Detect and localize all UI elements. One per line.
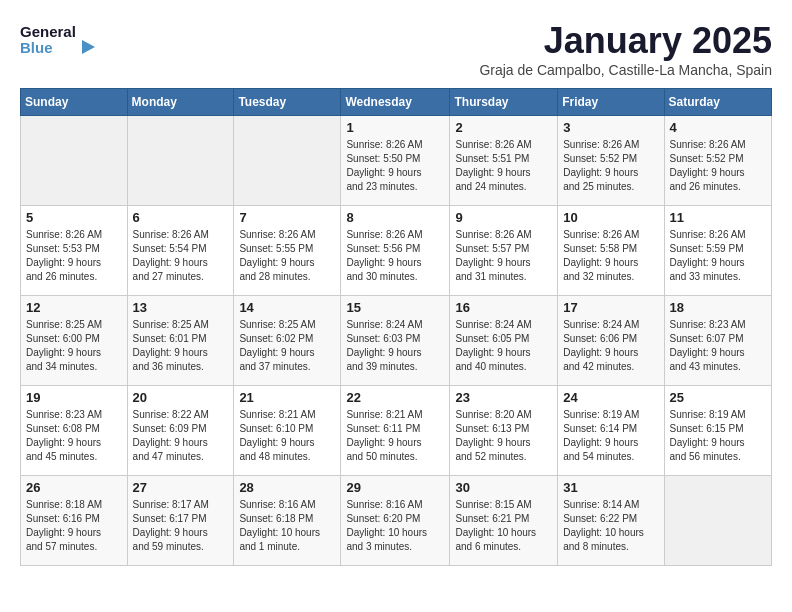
day-number: 11 (670, 210, 766, 225)
calendar-cell: 8Sunrise: 8:26 AM Sunset: 5:56 PM Daylig… (341, 206, 450, 296)
calendar-cell: 2Sunrise: 8:26 AM Sunset: 5:51 PM Daylig… (450, 116, 558, 206)
header-wednesday: Wednesday (341, 89, 450, 116)
calendar-cell: 6Sunrise: 8:26 AM Sunset: 5:54 PM Daylig… (127, 206, 234, 296)
day-number: 7 (239, 210, 335, 225)
header-friday: Friday (558, 89, 664, 116)
day-info: Sunrise: 8:17 AM Sunset: 6:17 PM Dayligh… (133, 498, 229, 554)
day-info: Sunrise: 8:16 AM Sunset: 6:20 PM Dayligh… (346, 498, 444, 554)
calendar-cell: 17Sunrise: 8:24 AM Sunset: 6:06 PM Dayli… (558, 296, 664, 386)
day-info: Sunrise: 8:26 AM Sunset: 5:51 PM Dayligh… (455, 138, 552, 194)
calendar-cell: 29Sunrise: 8:16 AM Sunset: 6:20 PM Dayli… (341, 476, 450, 566)
day-info: Sunrise: 8:26 AM Sunset: 5:54 PM Dayligh… (133, 228, 229, 284)
day-number: 5 (26, 210, 122, 225)
day-number: 23 (455, 390, 552, 405)
day-number: 25 (670, 390, 766, 405)
calendar-cell: 23Sunrise: 8:20 AM Sunset: 6:13 PM Dayli… (450, 386, 558, 476)
day-number: 21 (239, 390, 335, 405)
calendar-cell: 5Sunrise: 8:26 AM Sunset: 5:53 PM Daylig… (21, 206, 128, 296)
day-number: 31 (563, 480, 658, 495)
day-number: 19 (26, 390, 122, 405)
day-number: 16 (455, 300, 552, 315)
logo: GeneralBlue (20, 20, 100, 60)
day-info: Sunrise: 8:20 AM Sunset: 6:13 PM Dayligh… (455, 408, 552, 464)
day-number: 24 (563, 390, 658, 405)
day-number: 26 (26, 480, 122, 495)
calendar-cell: 18Sunrise: 8:23 AM Sunset: 6:07 PM Dayli… (664, 296, 771, 386)
week-row-1: 1Sunrise: 8:26 AM Sunset: 5:50 PM Daylig… (21, 116, 772, 206)
calendar-cell: 10Sunrise: 8:26 AM Sunset: 5:58 PM Dayli… (558, 206, 664, 296)
day-info: Sunrise: 8:24 AM Sunset: 6:03 PM Dayligh… (346, 318, 444, 374)
title-block: January 2025 Graja de Campalbo, Castille… (479, 20, 772, 78)
header-monday: Monday (127, 89, 234, 116)
day-number: 29 (346, 480, 444, 495)
day-number: 8 (346, 210, 444, 225)
calendar-table: SundayMondayTuesdayWednesdayThursdayFrid… (20, 88, 772, 566)
calendar-cell (234, 116, 341, 206)
logo-svg: GeneralBlue (20, 20, 100, 60)
day-number: 14 (239, 300, 335, 315)
calendar-cell: 24Sunrise: 8:19 AM Sunset: 6:14 PM Dayli… (558, 386, 664, 476)
month-title: January 2025 (479, 20, 772, 62)
day-number: 17 (563, 300, 658, 315)
calendar-cell (21, 116, 128, 206)
calendar-cell: 26Sunrise: 8:18 AM Sunset: 6:16 PM Dayli… (21, 476, 128, 566)
day-number: 4 (670, 120, 766, 135)
day-info: Sunrise: 8:26 AM Sunset: 5:57 PM Dayligh… (455, 228, 552, 284)
calendar-cell: 3Sunrise: 8:26 AM Sunset: 5:52 PM Daylig… (558, 116, 664, 206)
calendar-cell: 20Sunrise: 8:22 AM Sunset: 6:09 PM Dayli… (127, 386, 234, 476)
day-info: Sunrise: 8:24 AM Sunset: 6:05 PM Dayligh… (455, 318, 552, 374)
day-info: Sunrise: 8:19 AM Sunset: 6:15 PM Dayligh… (670, 408, 766, 464)
calendar-cell: 9Sunrise: 8:26 AM Sunset: 5:57 PM Daylig… (450, 206, 558, 296)
calendar-cell: 7Sunrise: 8:26 AM Sunset: 5:55 PM Daylig… (234, 206, 341, 296)
calendar-cell: 15Sunrise: 8:24 AM Sunset: 6:03 PM Dayli… (341, 296, 450, 386)
location-subtitle: Graja de Campalbo, Castille-La Mancha, S… (479, 62, 772, 78)
day-info: Sunrise: 8:26 AM Sunset: 5:56 PM Dayligh… (346, 228, 444, 284)
day-info: Sunrise: 8:26 AM Sunset: 5:52 PM Dayligh… (670, 138, 766, 194)
day-number: 18 (670, 300, 766, 315)
week-row-3: 12Sunrise: 8:25 AM Sunset: 6:00 PM Dayli… (21, 296, 772, 386)
day-number: 28 (239, 480, 335, 495)
day-number: 12 (26, 300, 122, 315)
day-info: Sunrise: 8:19 AM Sunset: 6:14 PM Dayligh… (563, 408, 658, 464)
calendar-cell: 30Sunrise: 8:15 AM Sunset: 6:21 PM Dayli… (450, 476, 558, 566)
week-row-4: 19Sunrise: 8:23 AM Sunset: 6:08 PM Dayli… (21, 386, 772, 476)
day-number: 1 (346, 120, 444, 135)
day-info: Sunrise: 8:23 AM Sunset: 6:08 PM Dayligh… (26, 408, 122, 464)
svg-text:Blue: Blue (20, 39, 53, 56)
week-row-5: 26Sunrise: 8:18 AM Sunset: 6:16 PM Dayli… (21, 476, 772, 566)
week-row-2: 5Sunrise: 8:26 AM Sunset: 5:53 PM Daylig… (21, 206, 772, 296)
calendar-cell: 16Sunrise: 8:24 AM Sunset: 6:05 PM Dayli… (450, 296, 558, 386)
header-saturday: Saturday (664, 89, 771, 116)
day-info: Sunrise: 8:25 AM Sunset: 6:01 PM Dayligh… (133, 318, 229, 374)
day-number: 22 (346, 390, 444, 405)
day-number: 6 (133, 210, 229, 225)
day-info: Sunrise: 8:25 AM Sunset: 6:02 PM Dayligh… (239, 318, 335, 374)
calendar-cell (664, 476, 771, 566)
day-info: Sunrise: 8:26 AM Sunset: 5:50 PM Dayligh… (346, 138, 444, 194)
day-info: Sunrise: 8:26 AM Sunset: 5:59 PM Dayligh… (670, 228, 766, 284)
day-number: 3 (563, 120, 658, 135)
day-number: 13 (133, 300, 229, 315)
day-info: Sunrise: 8:18 AM Sunset: 6:16 PM Dayligh… (26, 498, 122, 554)
svg-text:General: General (20, 23, 76, 40)
day-number: 27 (133, 480, 229, 495)
day-number: 15 (346, 300, 444, 315)
day-number: 30 (455, 480, 552, 495)
day-number: 20 (133, 390, 229, 405)
day-info: Sunrise: 8:26 AM Sunset: 5:52 PM Dayligh… (563, 138, 658, 194)
calendar-cell: 11Sunrise: 8:26 AM Sunset: 5:59 PM Dayli… (664, 206, 771, 296)
calendar-cell: 14Sunrise: 8:25 AM Sunset: 6:02 PM Dayli… (234, 296, 341, 386)
calendar-cell: 25Sunrise: 8:19 AM Sunset: 6:15 PM Dayli… (664, 386, 771, 476)
day-info: Sunrise: 8:22 AM Sunset: 6:09 PM Dayligh… (133, 408, 229, 464)
day-number: 2 (455, 120, 552, 135)
calendar-cell: 31Sunrise: 8:14 AM Sunset: 6:22 PM Dayli… (558, 476, 664, 566)
calendar-cell: 21Sunrise: 8:21 AM Sunset: 6:10 PM Dayli… (234, 386, 341, 476)
day-info: Sunrise: 8:23 AM Sunset: 6:07 PM Dayligh… (670, 318, 766, 374)
calendar-cell: 27Sunrise: 8:17 AM Sunset: 6:17 PM Dayli… (127, 476, 234, 566)
calendar-cell (127, 116, 234, 206)
day-info: Sunrise: 8:21 AM Sunset: 6:11 PM Dayligh… (346, 408, 444, 464)
day-info: Sunrise: 8:24 AM Sunset: 6:06 PM Dayligh… (563, 318, 658, 374)
header-sunday: Sunday (21, 89, 128, 116)
day-info: Sunrise: 8:25 AM Sunset: 6:00 PM Dayligh… (26, 318, 122, 374)
calendar-cell: 19Sunrise: 8:23 AM Sunset: 6:08 PM Dayli… (21, 386, 128, 476)
